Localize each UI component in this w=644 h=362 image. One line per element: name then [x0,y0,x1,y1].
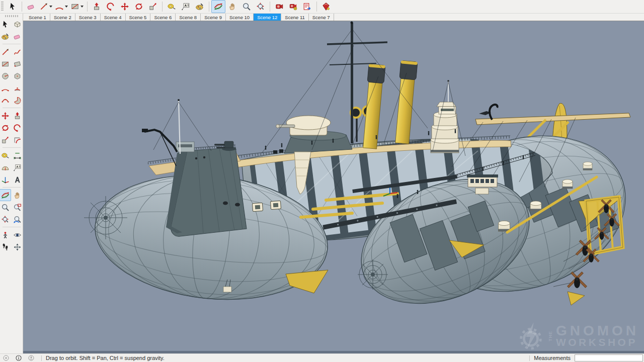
move-icon [120,2,129,11]
three-point-arc-tool-button[interactable] [0,94,11,106]
arc-tool-button[interactable] [54,0,69,13]
scene-tab-scene-8[interactable]: Scene 8 [176,14,201,21]
scene-tab-bar: Scene 1Scene 2Scene 3Scene 4Scene 5Scene… [23,14,644,21]
rectangle-tool-button[interactable] [0,58,11,70]
follow-me-tool-button[interactable] [104,0,118,13]
scene-tab-scene-12[interactable]: Scene 12 [254,14,281,21]
line-tool-button[interactable] [38,0,54,13]
scene-tab-scene-2[interactable]: Scene 2 [50,14,75,21]
measurements-input[interactable] [575,354,643,361]
axes-tool-button[interactable] [0,173,11,186]
tool-row [0,94,23,106]
scale-tool-button[interactable] [146,0,160,13]
scene-tab-scene-6[interactable]: Scene 6 [150,14,176,21]
tape-measure-tool-button[interactable] [0,149,11,161]
orbit-icon [214,2,223,11]
status-signin-icon[interactable] [28,355,34,361]
camera-red-2-tool-button[interactable] [286,0,300,13]
polygon-icon [13,72,22,80]
pie-tool-button[interactable] [12,94,23,106]
rotate-tool-button[interactable] [132,0,146,13]
offset-tool-button[interactable] [12,134,23,146]
status-geolocation-icon[interactable] [3,355,9,361]
rectangle-tool-button[interactable] [69,0,85,13]
zoom-icon [1,203,10,212]
status-credits-icon[interactable] [16,355,22,361]
orbit-tool-button[interactable] [211,0,225,13]
tool-row [0,110,23,122]
circle-tool-button[interactable] [0,70,11,82]
eraser-tool-button[interactable] [24,0,38,13]
follow-me-icon [106,2,115,11]
pan-tool-button[interactable] [12,189,23,201]
rotate-icon [134,2,143,11]
rotate-icon [1,124,10,132]
tool-row [0,241,23,253]
text-tool-button[interactable] [12,161,23,173]
select-icon [1,20,10,29]
tool-row [0,82,23,94]
zoom-tool-button[interactable] [239,0,254,13]
zoom-tool-button[interactable] [0,201,11,213]
dropdown-arrow-icon[interactable] [65,6,68,8]
zoom-window-tool-button[interactable] [12,201,23,213]
scene-tab-scene-4[interactable]: Scene 4 [101,14,126,21]
camera-red-3-tool-button[interactable] [300,0,314,13]
eraser-tool-button[interactable] [12,30,23,42]
arc-tool-button[interactable] [0,82,11,94]
orbit-tool-button[interactable] [0,189,11,201]
3d-text-tool-button[interactable] [12,173,23,186]
scene-tab-scene-3[interactable]: Scene 3 [75,14,101,21]
dimensions-tool-button[interactable] [12,149,23,161]
follow-me-tool-button[interactable] [12,122,23,134]
select-tool-button[interactable] [6,0,20,13]
tool-row [0,149,23,161]
protractor-tool-button[interactable] [0,161,11,173]
camera-red-1-tool-button[interactable] [272,0,286,13]
select-tool-button[interactable] [0,18,11,30]
polygon-tool-button[interactable] [12,70,23,82]
zoom-previous-tool-button[interactable] [12,213,23,225]
tool-row [0,58,23,70]
zoom-extents-tool-button[interactable] [0,213,11,225]
two-point-arc-tool-button[interactable] [12,82,23,94]
section-plane-tool-button[interactable] [12,241,23,253]
move-tool-button[interactable] [118,0,132,13]
dropdown-arrow-icon[interactable] [49,6,52,8]
line-tool-button[interactable] [0,46,11,58]
scene-tab-scene-7[interactable]: Scene 7 [309,14,334,21]
watermark-line1: GNOMON [556,324,639,338]
scene-tab-scene-10[interactable]: Scene 10 [226,14,254,21]
camera-red-4-tool-button[interactable] [319,0,333,13]
toolbar-separator [270,2,270,12]
watermark-line2: WORKSHOP [556,337,639,347]
push-pull-tool-button[interactable] [12,110,23,122]
look-around-icon [13,231,22,239]
viewport-canvas[interactable]: THE GNOMON WORKSHOP [23,21,644,353]
scene-tab-scene-1[interactable]: Scene 1 [25,14,50,21]
rotated-rectangle-tool-button[interactable] [12,58,23,70]
scene-tab-scene-5[interactable]: Scene 5 [126,14,151,21]
paint-bucket-tool-button[interactable] [0,30,11,42]
walk-tool-button[interactable] [0,241,11,253]
move-tool-button[interactable] [0,110,11,122]
dropdown-arrow-icon[interactable] [80,6,84,8]
look-around-tool-button[interactable] [12,229,23,241]
scene-tab-scene-11[interactable]: Scene 11 [281,14,308,21]
toolbar-separator [3,227,21,227]
push-pull-tool-button[interactable] [90,0,104,13]
scene-tab-scene-9[interactable]: Scene 9 [201,14,226,21]
text-tool-button[interactable] [179,0,193,13]
freehand-tool-button[interactable] [12,46,23,58]
zoom-extents-tool-button[interactable] [254,0,268,13]
scale-tool-button[interactable] [0,134,11,146]
rotate-tool-button[interactable] [0,122,11,134]
toolbar-grip[interactable] [5,15,18,17]
paint-bucket-tool-button[interactable] [193,0,207,13]
toolbar-grip[interactable] [1,2,4,12]
tape-measure-tool-button[interactable] [165,0,179,13]
toolbar-separator [3,147,21,148]
make-component-tool-button[interactable] [12,18,23,30]
pan-tool-button[interactable] [225,0,239,13]
position-camera-tool-button[interactable] [0,229,11,241]
